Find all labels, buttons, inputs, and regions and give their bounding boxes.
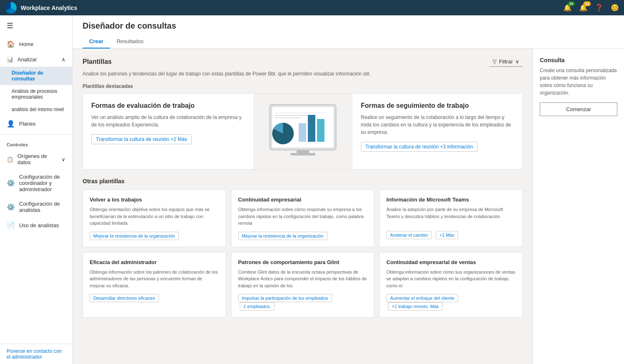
other-templates-grid: Volver a los trabajos Obtenga orientació… (83, 189, 523, 318)
sidebar: ☰ 🏠 Home 📊 Analizar ∧ Diseñador de consu… (0, 15, 73, 364)
sidebar-item-disenador-label: Diseñador de consultas (12, 70, 43, 82)
template-card-3[interactable]: Eficacia del administrador Obtenga infor… (83, 252, 226, 318)
template-card-2-tag[interactable]: Acelerar el cambio (386, 231, 431, 239)
contact-admin-link[interactable]: Ponerse en contacto con el administrador (0, 344, 72, 364)
sidebar-item-analisis-procesos[interactable]: Análisis de procesos empresariales (0, 85, 72, 103)
svg-rect-5 (308, 115, 315, 142)
sidebar-item-planes[interactable]: 👤 Planes (0, 116, 72, 132)
template-card-0[interactable]: Volver a los trabajos Obtenga orientació… (83, 189, 226, 247)
app-logo (5, 2, 17, 14)
user-avatar-icon[interactable]: 😊 (611, 4, 619, 12)
sidebar-item-config-coord[interactable]: ⚙️ Configuración de coordinador y admini… (0, 170, 72, 197)
template-card-4-desc: Combine Glint datos de la encuesta octav… (238, 269, 368, 289)
home-icon: 🏠 (7, 40, 15, 48)
uso-analistas-icon: 📄 (7, 221, 15, 229)
filter-label: Filtrar (499, 58, 513, 65)
featured-label: Plantillas destacadas (83, 83, 523, 89)
sidebar-item-analisis-nivel-label: análisis del mismo nivel (12, 107, 64, 112)
sidebar-item-config-coord-label: Configuración de coordinador y administr… (19, 174, 66, 192)
template-card-1-title: Continuidad empresarial (238, 197, 368, 203)
filter-chevron-icon: ∨ (515, 58, 519, 65)
page-title: Diseñador de consultas (83, 21, 614, 31)
template-card-1-tag[interactable]: Mejorar la resistencia de la organizació… (238, 232, 327, 240)
featured-card-1-desc: Realice un seguimiento de la colaboració… (361, 114, 514, 136)
template-card-3-tag[interactable]: Desarrollar directores eficaces (90, 294, 159, 302)
template-card-5-title: Continuidad empresarial de ventas (386, 259, 516, 265)
template-card-4-tag[interactable]: Impulsar la participación de los emplead… (238, 294, 332, 302)
featured-grid: Formas de evaluación de trabajo Ver un a… (83, 93, 523, 170)
alerts-badge: 34 (583, 1, 591, 6)
sidebar-item-home[interactable]: 🏠 Home (0, 36, 72, 52)
sidebar-item-config-analistas[interactable]: ⚙️ Configuración de analistas (0, 197, 72, 217)
content-body: Plantillas ▽ Filtrar ∨ Analice los patro… (73, 49, 624, 364)
tab-resultados[interactable]: Resultados (110, 35, 150, 49)
template-card-2[interactable]: Información de Microsoft Teams Analice l… (379, 189, 523, 247)
tabs: Crear Resultados (83, 35, 614, 48)
top-nav: Workplace Analytics 🔔 20 🔔 34 ❓ 😊 (0, 0, 624, 15)
template-card-0-title: Volver a los trabajos (90, 197, 219, 203)
template-card-5[interactable]: Continuidad empresarial de ventas Obteng… (379, 252, 523, 318)
app-title: Workplace Analytics (21, 5, 563, 11)
featured-card-1-title: Formas de seguimiento de trabajo (361, 102, 514, 109)
comenzar-button[interactable]: Comenzar (540, 102, 617, 116)
sidebar-item-uso-analistas[interactable]: 📄 Uso de analistas (0, 217, 72, 233)
chevron-down-origenes-icon: ∨ (61, 156, 66, 163)
filter-button[interactable]: ▽ Filtrar ∨ (489, 57, 523, 67)
template-card-0-desc: Obtenga orientación objetiva sobre los e… (90, 206, 219, 227)
svg-rect-3 (290, 153, 315, 155)
featured-card-1[interactable]: Formas de seguimiento de trabajo Realice… (353, 94, 523, 169)
template-card-5-tag[interactable]: Aumentar el enfoque del cliente (386, 294, 458, 302)
featured-illustration (253, 94, 353, 169)
svg-rect-4 (299, 123, 306, 142)
tab-crear[interactable]: Crear (83, 35, 110, 49)
sidebar-item-origenes-label: Orígenes de datos (17, 153, 61, 165)
template-card-4[interactable]: Patrones de comportamiento para Glint Co… (231, 252, 375, 318)
help-icon[interactable]: ❓ (595, 4, 603, 12)
menu-toggle-button[interactable]: ☰ (0, 15, 72, 36)
template-card-0-tag[interactable]: Mejorar la resistencia de la organizació… (90, 232, 179, 240)
chevron-up-icon: ∧ (61, 56, 66, 63)
side-panel-desc: Create una consulta personalizada para o… (540, 67, 617, 97)
sidebar-divider (0, 134, 72, 135)
sidebar-item-origenes[interactable]: 📋 Orígenes de datos ∨ (0, 149, 72, 170)
config-analistas-icon: ⚙️ (7, 203, 15, 211)
side-panel-title: Consulta (540, 57, 617, 63)
content-area: Diseñador de consultas Crear Resultados … (73, 15, 624, 364)
template-card-3-title: Eficacia del administrador (90, 259, 219, 265)
config-coord-icon: ⚙️ (7, 179, 15, 187)
template-card-2-title: Información de Microsoft Teams (386, 197, 516, 203)
template-card-3-desc: Obtenga información sobre los patrones d… (90, 269, 219, 289)
controles-section-label: Controles (0, 137, 72, 149)
side-panel: Consulta Create una consulta personaliza… (533, 49, 624, 364)
sidebar-item-planes-label: Planes (19, 121, 36, 127)
templates-desc: Analice los patrones y tendencias del lu… (83, 70, 523, 78)
notifications-icon[interactable]: 🔔 20 (563, 4, 572, 12)
template-card-5-desc: Obtenga información sobre cómo sus organ… (386, 269, 516, 289)
sidebar-item-analisis-procesos-label: Análisis de procesos empresariales (12, 88, 57, 100)
filter-icon: ▽ (492, 58, 497, 65)
sidebar-item-analisis-nivel[interactable]: análisis del mismo nivel (0, 103, 72, 116)
alerts-icon[interactable]: 🔔 34 (579, 4, 587, 12)
template-card-2-tag2[interactable]: +1 Más (436, 231, 458, 239)
svg-rect-6 (317, 119, 324, 142)
sidebar-item-uso-analistas-label: Uso de analistas (19, 222, 59, 228)
template-card-2-desc: Analice la adopción por parte de su empr… (386, 206, 516, 226)
featured-card-1-tag[interactable]: Transformar la cultura de reunión +3 inf… (361, 142, 478, 152)
other-templates-title: Otras plantillas (83, 178, 523, 184)
content-header: Diseñador de consultas Crear Resultados (73, 15, 624, 49)
main-panel: Plantillas ▽ Filtrar ∨ Analice los patro… (73, 49, 533, 364)
sidebar-item-config-analistas-label: Configuración de analistas (19, 201, 66, 213)
sidebar-item-disenador[interactable]: Diseñador de consultas (0, 67, 72, 85)
notification-badge: 20 (568, 1, 575, 6)
featured-card-0[interactable]: Formas de evaluación de trabajo Ver un a… (83, 94, 253, 169)
template-card-1-desc: Obtenga información sobre cómo responde … (238, 206, 368, 227)
featured-card-0-title: Formas de evaluación de trabajo (91, 102, 245, 109)
featured-card-0-desc: Ver un análisis amplio de la cultura de … (91, 114, 245, 129)
filter-row: Plantillas ▽ Filtrar ∨ (83, 57, 523, 67)
featured-card-0-tag[interactable]: Transformar la cultura de reunión +2 Más (91, 134, 192, 144)
template-card-5-tag2[interactable]: +1 trabajo remoto. Más (388, 302, 442, 311)
sidebar-item-analizar[interactable]: 📊 Analizar ∧ (0, 52, 72, 67)
main-layout: ☰ 🏠 Home 📊 Analizar ∧ Diseñador de consu… (0, 15, 624, 364)
template-card-1[interactable]: Continuidad empresarial Obtenga informac… (231, 189, 375, 247)
template-card-4-tag2[interactable]: 1 empleados. (240, 302, 275, 311)
